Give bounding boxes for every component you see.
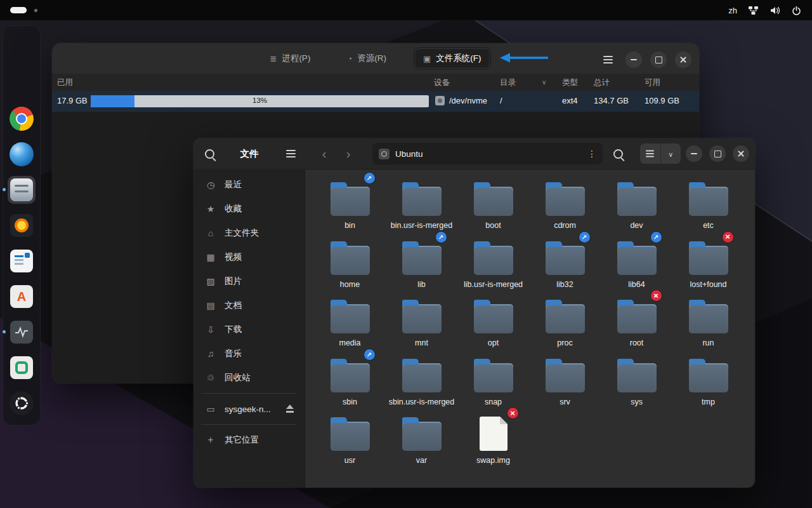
maximize-button[interactable] <box>709 145 726 162</box>
files-headerbar: 文件 Ubuntu <box>193 138 755 170</box>
maximize-button[interactable] <box>650 51 667 68</box>
sidebar-item-drive[interactable]: sysgeek-n... <box>193 397 304 421</box>
location-menu-icon[interactable] <box>587 149 596 159</box>
folder-icon <box>402 246 442 275</box>
search-folder-icon <box>613 149 623 159</box>
folder-icon <box>331 422 370 451</box>
sidebar-item-home[interactable]: ⌂ 主文件夹 <box>193 221 304 245</box>
dock-item-browser[interactable] <box>8 140 36 168</box>
file-name: lib <box>417 279 426 290</box>
file-item[interactable]: dev <box>601 178 672 237</box>
column-available[interactable]: 可用 <box>645 77 660 88</box>
file-item[interactable]: cdrom <box>529 178 601 237</box>
file-item[interactable]: lost+found <box>672 237 744 296</box>
dock-item-writer[interactable] <box>8 247 36 275</box>
file-item[interactable]: sbin <box>314 354 386 413</box>
sidebar-menu-button[interactable] <box>280 143 301 164</box>
dock-item-photos[interactable] <box>8 211 36 239</box>
tab-processes[interactable]: ≣ 进程(P) <box>261 48 319 69</box>
home-icon: ⌂ <box>205 228 216 238</box>
close-icon <box>737 150 745 157</box>
dock-item-files[interactable] <box>8 176 36 204</box>
file-item[interactable]: home <box>314 237 386 296</box>
primary-menu-button[interactable] <box>598 50 617 69</box>
close-button[interactable] <box>675 51 691 68</box>
file-item[interactable]: srv <box>529 354 601 413</box>
hamburger-icon <box>286 153 296 154</box>
sidebar-item-videos[interactable]: ▦ 视频 <box>193 245 304 269</box>
filesystems-icon: ▣ <box>423 54 431 64</box>
sidebar-item-recent[interactable]: ◷ 最近 <box>193 173 304 197</box>
view-options-button[interactable] <box>660 144 681 164</box>
power-icon[interactable] <box>791 5 802 16</box>
system-monitor-icon <box>10 321 33 344</box>
resources-icon: ◔ <box>347 54 352 64</box>
dock-item-green-utility[interactable] <box>8 354 36 382</box>
file-item[interactable]: root <box>601 295 672 354</box>
search-in-folder-button[interactable] <box>607 143 629 164</box>
folder-icon <box>617 187 657 216</box>
forward-button[interactable] <box>339 145 357 163</box>
file-item[interactable]: proc <box>529 295 601 354</box>
location-bar[interactable]: Ubuntu <box>372 143 603 164</box>
file-item[interactable]: lib <box>386 237 457 296</box>
file-item[interactable]: lib32 <box>529 237 601 296</box>
file-item[interactable]: var <box>386 413 457 472</box>
dock-item-system-monitor[interactable] <box>8 318 36 346</box>
network-icon[interactable] <box>748 5 759 16</box>
file-item[interactable]: lib.usr-is-merged <box>457 237 529 296</box>
sidebar-item-pictures[interactable]: ▨ 图片 <box>193 269 304 293</box>
file-item[interactable]: lib64 <box>601 237 672 296</box>
file-item[interactable]: etc <box>672 178 744 237</box>
filesystem-row[interactable]: 17.9 GB 13% /dev/nvme / ext4 134.7 GB 10… <box>52 91 699 112</box>
file-name: bin.usr-is-merged <box>391 220 452 231</box>
sidebar-item-other-locations[interactable]: 其它位置 <box>193 428 304 452</box>
activities-indicator[interactable] <box>10 7 27 13</box>
file-item[interactable]: media <box>314 295 386 354</box>
file-item[interactable]: bin.usr-is-merged <box>386 178 457 237</box>
sidebar-item-trash[interactable]: ♲ 回收站 <box>193 366 304 390</box>
column-total[interactable]: 总计 <box>594 77 610 88</box>
top-bar: zh <box>0 0 812 20</box>
file-item[interactable]: tmp <box>672 354 744 413</box>
sort-chevron-icon[interactable] <box>542 79 546 86</box>
input-language-indicator[interactable]: zh <box>728 6 737 15</box>
file-item[interactable]: swap.img <box>457 413 529 472</box>
minimize-button[interactable] <box>686 145 702 162</box>
dock-item-ubuntu-software[interactable] <box>8 283 36 311</box>
running-indicator-dot <box>3 330 6 333</box>
volume-icon[interactable] <box>769 5 780 16</box>
file-item[interactable]: opt <box>457 295 529 354</box>
file-item[interactable]: sbin.usr-is-merged <box>386 354 457 413</box>
filesystem-table-header: 已用 设备 目录 类型 总计 可用 <box>52 74 699 91</box>
file-item[interactable]: boot <box>457 178 529 237</box>
file-item[interactable]: sys <box>601 354 672 413</box>
file-item[interactable]: bin <box>314 178 386 237</box>
column-device[interactable]: 设备 <box>434 77 450 88</box>
back-button[interactable] <box>315 145 333 163</box>
dock-item-show-apps[interactable] <box>8 389 36 417</box>
sidebar-item-downloads[interactable]: ⇩ 下载 <box>193 318 304 342</box>
minimize-button[interactable] <box>625 51 642 68</box>
column-used[interactable]: 已用 <box>57 77 73 88</box>
tab-filesystems[interactable]: ▣ 文件系统(F) <box>414 48 490 69</box>
sidebar-item-music[interactable]: ♫ 音乐 <box>193 342 304 366</box>
sidebar-item-documents[interactable]: ▤ 文档 <box>193 293 304 318</box>
close-button[interactable] <box>733 145 749 162</box>
file-item[interactable]: mnt <box>386 295 457 354</box>
folder-icon <box>689 187 728 216</box>
column-type[interactable]: 类型 <box>562 77 578 88</box>
list-view-button[interactable] <box>640 144 660 164</box>
column-directory[interactable]: 目录 <box>500 77 516 88</box>
minimize-icon <box>691 153 697 154</box>
tab-resources[interactable]: ◔ 资源(R) <box>338 48 395 69</box>
eject-button[interactable] <box>283 402 297 416</box>
file-item[interactable]: run <box>672 295 744 354</box>
sidebar-item-starred[interactable]: ★ 收藏 <box>193 197 304 221</box>
usage-percent-label: 13% <box>91 97 429 104</box>
search-button[interactable] <box>199 143 220 164</box>
back-chevron-icon <box>322 147 327 161</box>
file-item[interactable]: usr <box>314 413 386 472</box>
dock-item-chrome[interactable] <box>8 105 36 133</box>
file-item[interactable]: snap <box>457 354 529 413</box>
